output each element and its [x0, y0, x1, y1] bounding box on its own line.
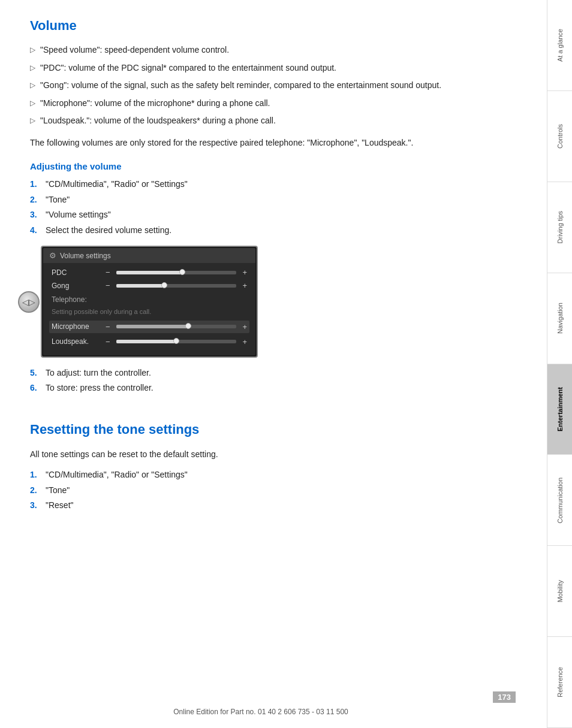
- step-number: 1.: [30, 179, 41, 191]
- sidebar-item-mobility[interactable]: Mobility: [547, 546, 572, 637]
- step-text: To store: press the controller.: [46, 382, 153, 394]
- loudspeak-minus: −: [106, 337, 110, 346]
- vol-titlebar-text: Volume settings: [60, 252, 111, 260]
- vol-rows-container: PDC − + Gong −: [43, 263, 255, 355]
- gong-fill: [116, 284, 164, 288]
- bullet-text: "Speed volume": speed-dependent volume c…: [40, 44, 229, 56]
- bullet-text: "PDC": volume of the PDC signal* compare…: [40, 62, 336, 74]
- pdc-label: PDC: [52, 268, 106, 277]
- bullet-text: "Loudspeak.": volume of the loudspeakers…: [40, 115, 276, 127]
- step-text: Select the desired volume setting.: [46, 225, 171, 237]
- gong-dot: [161, 282, 167, 288]
- bullet-arrow-icon: ▷: [30, 116, 35, 126]
- adjusting-steps-list: 1. "CD/Multimedia", "Radio" or "Settings…: [30, 179, 517, 236]
- sidebar-item-driving-tips[interactable]: Driving tips: [547, 182, 572, 273]
- sidebar-item-controls[interactable]: Controls: [547, 91, 572, 182]
- step-item: 6. To store: press the controller.: [30, 382, 517, 394]
- volume-bullets: ▷ "Speed volume": speed-dependent volume…: [30, 44, 517, 127]
- controller-knob: ◁▷: [18, 291, 40, 313]
- loudspeak-label: Loudspeak.: [52, 337, 106, 346]
- sidebar-item-communication[interactable]: Communication: [547, 455, 572, 546]
- bullet-item: ▷ "Speed volume": speed-dependent volume…: [30, 44, 517, 56]
- bullet-item: ▷ "Loudspeak.": volume of the loudspeake…: [30, 115, 517, 127]
- sidebar: At a glance Controls Driving tips Naviga…: [547, 0, 572, 728]
- step-number: 4.: [30, 225, 41, 237]
- sidebar-item-at-a-glance[interactable]: At a glance: [547, 0, 572, 91]
- step-text: "CD/Multimedia", "Radio" or "Settings": [46, 469, 188, 481]
- step-text: "Volume settings": [46, 209, 111, 221]
- sidebar-label: Entertainment: [556, 387, 564, 431]
- screenshot-inner: ⚙ Volume settings PDC − +: [43, 248, 255, 355]
- step-number: 5.: [30, 367, 41, 379]
- step-number: 3.: [30, 500, 41, 512]
- footer-text-area: Online Edition for Part no. 01 40 2 606 …: [0, 706, 522, 716]
- pdc-row: PDC − +: [52, 268, 247, 277]
- resetting-title: Resetting the tone settings: [30, 422, 517, 437]
- loudspeak-bar: [116, 340, 237, 343]
- pdc-plus: +: [242, 268, 247, 277]
- bullet-item: ▷ "PDC": volume of the PDC signal* compa…: [30, 62, 517, 74]
- pdc-dot: [179, 269, 185, 275]
- bullet-arrow-icon: ▷: [30, 45, 35, 55]
- loudspeak-fill: [116, 340, 176, 343]
- bullet-arrow-icon: ▷: [30, 98, 35, 108]
- footer-area: 173 Online Edition for Part no. 01 40 2 …: [0, 685, 522, 716]
- sidebar-label: Driving tips: [556, 211, 564, 243]
- step-item: 1. "CD/Multimedia", "Radio" or "Settings…: [30, 469, 517, 481]
- gong-plus: +: [242, 281, 247, 290]
- step-text: "CD/Multimedia", "Radio" or "Settings": [46, 179, 188, 191]
- step-item: 3. "Volume settings": [30, 209, 517, 221]
- adjust-store-steps: 5. To adjust: turn the controller. 6. To…: [30, 367, 517, 394]
- sidebar-item-reference[interactable]: Reference: [547, 637, 572, 728]
- sidebar-label: At a glance: [556, 29, 564, 62]
- sidebar-label: Reference: [556, 667, 564, 697]
- telephone-label: Telephone:: [52, 295, 87, 304]
- microphone-plus: +: [242, 322, 247, 331]
- loudspeak-plus: +: [242, 337, 247, 346]
- sidebar-label: Mobility: [556, 580, 564, 602]
- gong-label: Gong: [52, 282, 106, 290]
- bullet-item: ▷ "Gong": volume of the signal, such as …: [30, 80, 517, 92]
- step-item: 2. "Tone": [30, 485, 517, 497]
- step-item: 2. "Tone": [30, 194, 517, 206]
- microphone-row: Microphone − +: [49, 321, 249, 333]
- main-content: Volume ▷ "Speed volume": speed-dependent…: [0, 0, 547, 728]
- gong-row: Gong − +: [52, 281, 247, 290]
- step-number: 6.: [30, 382, 41, 394]
- microphone-fill: [116, 325, 188, 328]
- step-number: 1.: [30, 469, 41, 481]
- page-number: 173: [493, 691, 516, 703]
- step-number: 3.: [30, 209, 41, 221]
- bullet-arrow-icon: ▷: [30, 80, 35, 90]
- sidebar-item-navigation[interactable]: Navigation: [547, 273, 572, 364]
- step-item: 5. To adjust: turn the controller.: [30, 367, 517, 379]
- resetting-steps-list: 1. "CD/Multimedia", "Radio" or "Settings…: [30, 469, 517, 512]
- step-text: "Tone": [46, 194, 70, 206]
- step-item: 4. Select the desired volume setting.: [30, 225, 517, 237]
- bullet-text: "Gong": volume of the signal, such as th…: [40, 80, 441, 92]
- screenshot-outer: ⚙ Volume settings PDC − +: [41, 246, 258, 357]
- volume-body-text: The following volumes are only stored fo…: [30, 137, 517, 149]
- gear-icon: ⚙: [49, 251, 56, 260]
- microphone-bar: [116, 325, 237, 328]
- telephone-section: Telephone:: [52, 294, 247, 305]
- resetting-body-text: All tone settings can be reset to the de…: [30, 448, 517, 461]
- step-item: 3. "Reset": [30, 500, 517, 512]
- gong-bar: [116, 284, 237, 288]
- step-number: 2.: [30, 194, 41, 206]
- volume-title: Volume: [30, 18, 517, 34]
- pdc-minus: −: [106, 268, 110, 277]
- sidebar-label: Communication: [556, 478, 564, 523]
- bullet-text: "Microphone": volume of the microphone* …: [40, 98, 270, 110]
- microphone-dot: [185, 323, 191, 329]
- disabled-text: Setting possible only during a call.: [52, 307, 247, 316]
- controller-arrows-icon: ◁▷: [22, 297, 35, 307]
- sidebar-label: Controls: [556, 124, 564, 149]
- sidebar-item-entertainment[interactable]: Entertainment: [547, 364, 572, 455]
- loudspeak-row: Loudspeak. − +: [52, 337, 247, 346]
- volume-settings-screenshot: ◁▷ ⚙ Volume settings PDC −: [30, 246, 258, 357]
- step-number: 2.: [30, 485, 41, 497]
- step-text: "Reset": [46, 500, 74, 512]
- microphone-minus: −: [106, 322, 110, 331]
- footer-text: Online Edition for Part no. 01 40 2 606 …: [173, 708, 348, 716]
